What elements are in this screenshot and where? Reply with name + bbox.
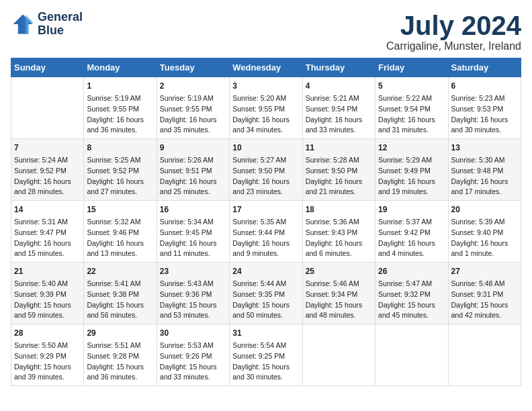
day-info: Sunrise: 5:19 AM Sunset: 9:55 PM Dayligh… [87,93,153,136]
day-info: Sunrise: 5:32 AM Sunset: 9:46 PM Dayligh… [87,217,153,259]
subtitle: Carrigaline, Munster, Ireland [386,40,521,52]
day-info: Sunrise: 5:39 AM Sunset: 9:40 PM Dayligh… [451,217,518,259]
day-info: Sunrise: 5:50 AM Sunset: 9:29 PM Dayligh… [14,340,81,383]
calendar-cell: 27Sunrise: 5:48 AM Sunset: 9:31 PM Dayli… [448,263,521,324]
day-number: 11 [306,142,372,154]
calendar-cell: 30Sunrise: 5:53 AM Sunset: 9:26 PM Dayli… [157,324,229,386]
day-number: 24 [232,265,299,277]
day-info: Sunrise: 5:47 AM Sunset: 9:32 PM Dayligh… [378,279,445,321]
day-number: 25 [306,265,372,277]
week-row-3: 14Sunrise: 5:31 AM Sunset: 9:47 PM Dayli… [11,201,521,263]
calendar-cell: 6Sunrise: 5:23 AM Sunset: 9:53 PM Daylig… [448,77,521,139]
calendar-cell [302,324,375,386]
day-info: Sunrise: 5:54 AM Sunset: 9:25 PM Dayligh… [232,340,299,383]
day-number: 16 [160,203,226,216]
day-number: 21 [14,265,81,277]
logo: General Blue [11,11,83,38]
day-info: Sunrise: 5:20 AM Sunset: 9:55 PM Dayligh… [232,93,299,136]
calendar-cell: 26Sunrise: 5:47 AM Sunset: 9:32 PM Dayli… [375,263,448,324]
day-info: Sunrise: 5:31 AM Sunset: 9:47 PM Dayligh… [14,217,81,259]
calendar-cell: 25Sunrise: 5:46 AM Sunset: 9:34 PM Dayli… [302,263,375,324]
col-header-tuesday: Tuesday [157,58,229,77]
day-number: 19 [378,203,445,216]
day-info: Sunrise: 5:48 AM Sunset: 9:31 PM Dayligh… [451,279,518,321]
calendar-cell: 15Sunrise: 5:32 AM Sunset: 9:46 PM Dayli… [84,201,157,263]
day-number: 5 [378,80,445,92]
day-info: Sunrise: 5:25 AM Sunset: 9:52 PM Dayligh… [87,155,153,197]
calendar-cell: 14Sunrise: 5:31 AM Sunset: 9:47 PM Dayli… [11,201,84,263]
calendar-cell: 5Sunrise: 5:22 AM Sunset: 9:54 PM Daylig… [375,77,448,139]
page-header: General Blue July 2024 Carrigaline, Muns… [11,11,521,52]
day-number: 22 [87,265,153,277]
day-info: Sunrise: 5:51 AM Sunset: 9:28 PM Dayligh… [87,340,153,383]
day-number: 20 [451,203,518,216]
day-number: 29 [87,327,153,339]
day-number: 10 [232,142,299,154]
week-row-1: 1Sunrise: 5:19 AM Sunset: 9:55 PM Daylig… [11,77,521,139]
col-header-sunday: Sunday [11,58,84,77]
day-number: 28 [14,327,81,339]
day-info: Sunrise: 5:28 AM Sunset: 9:50 PM Dayligh… [306,155,372,197]
calendar-cell: 10Sunrise: 5:27 AM Sunset: 9:50 PM Dayli… [230,139,302,201]
day-info: Sunrise: 5:40 AM Sunset: 9:39 PM Dayligh… [14,279,81,321]
day-info: Sunrise: 5:26 AM Sunset: 9:51 PM Dayligh… [160,155,226,197]
day-number: 27 [451,265,518,277]
day-number: 31 [232,327,299,339]
col-header-friday: Friday [375,58,448,77]
day-info: Sunrise: 5:23 AM Sunset: 9:53 PM Dayligh… [451,93,518,136]
calendar-cell: 9Sunrise: 5:26 AM Sunset: 9:51 PM Daylig… [157,139,229,201]
day-number: 12 [378,142,445,154]
day-number: 26 [378,265,445,277]
calendar-cell: 21Sunrise: 5:40 AM Sunset: 9:39 PM Dayli… [11,263,84,324]
day-info: Sunrise: 5:46 AM Sunset: 9:34 PM Dayligh… [306,279,372,321]
day-info: Sunrise: 5:41 AM Sunset: 9:38 PM Dayligh… [87,279,153,321]
day-number: 1 [87,80,153,92]
day-number: 14 [14,203,81,216]
calendar-cell [11,77,84,139]
calendar-cell: 19Sunrise: 5:37 AM Sunset: 9:42 PM Dayli… [375,201,448,263]
calendar-cell: 22Sunrise: 5:41 AM Sunset: 9:38 PM Dayli… [84,263,157,324]
calendar-cell [375,324,448,386]
day-number: 13 [451,142,518,154]
main-title: July 2024 [386,11,521,40]
calendar-cell: 18Sunrise: 5:36 AM Sunset: 9:43 PM Dayli… [302,201,375,263]
calendar-cell: 3Sunrise: 5:20 AM Sunset: 9:55 PM Daylig… [230,77,302,139]
col-header-thursday: Thursday [302,58,375,77]
calendar-cell: 2Sunrise: 5:19 AM Sunset: 9:55 PM Daylig… [157,77,229,139]
calendar-cell [448,324,521,386]
calendar-cell: 1Sunrise: 5:19 AM Sunset: 9:55 PM Daylig… [84,77,157,139]
day-number: 8 [87,142,153,154]
calendar-cell: 11Sunrise: 5:28 AM Sunset: 9:50 PM Dayli… [302,139,375,201]
col-header-saturday: Saturday [448,58,521,77]
week-row-4: 21Sunrise: 5:40 AM Sunset: 9:39 PM Dayli… [11,263,521,324]
day-number: 30 [160,327,226,339]
col-header-wednesday: Wednesday [230,58,302,77]
calendar-cell: 4Sunrise: 5:21 AM Sunset: 9:54 PM Daylig… [302,77,375,139]
day-info: Sunrise: 5:43 AM Sunset: 9:36 PM Dayligh… [160,279,226,321]
calendar-cell: 31Sunrise: 5:54 AM Sunset: 9:25 PM Dayli… [230,324,302,386]
day-info: Sunrise: 5:29 AM Sunset: 9:49 PM Dayligh… [378,155,445,197]
title-block: July 2024 Carrigaline, Munster, Ireland [386,11,521,52]
day-info: Sunrise: 5:22 AM Sunset: 9:54 PM Dayligh… [378,93,445,136]
logo-icon [11,12,35,36]
calendar-cell: 8Sunrise: 5:25 AM Sunset: 9:52 PM Daylig… [84,139,157,201]
day-number: 4 [306,80,372,92]
day-info: Sunrise: 5:37 AM Sunset: 9:42 PM Dayligh… [378,217,445,259]
day-number: 9 [160,142,226,154]
calendar-cell: 23Sunrise: 5:43 AM Sunset: 9:36 PM Dayli… [157,263,229,324]
day-info: Sunrise: 5:24 AM Sunset: 9:52 PM Dayligh… [14,155,81,197]
day-number: 15 [87,203,153,216]
day-info: Sunrise: 5:36 AM Sunset: 9:43 PM Dayligh… [306,217,372,259]
calendar-table: SundayMondayTuesdayWednesdayThursdayFrid… [11,58,521,386]
svg-marker-0 [13,14,33,34]
day-info: Sunrise: 5:34 AM Sunset: 9:45 PM Dayligh… [160,217,226,259]
day-info: Sunrise: 5:30 AM Sunset: 9:48 PM Dayligh… [451,155,518,197]
day-info: Sunrise: 5:21 AM Sunset: 9:54 PM Dayligh… [306,93,372,136]
day-info: Sunrise: 5:44 AM Sunset: 9:35 PM Dayligh… [232,279,299,321]
day-info: Sunrise: 5:19 AM Sunset: 9:55 PM Dayligh… [160,93,226,136]
calendar-cell: 7Sunrise: 5:24 AM Sunset: 9:52 PM Daylig… [11,139,84,201]
day-info: Sunrise: 5:53 AM Sunset: 9:26 PM Dayligh… [160,340,226,383]
day-number: 3 [232,80,299,92]
day-number: 17 [232,203,299,216]
day-info: Sunrise: 5:27 AM Sunset: 9:50 PM Dayligh… [232,155,299,197]
